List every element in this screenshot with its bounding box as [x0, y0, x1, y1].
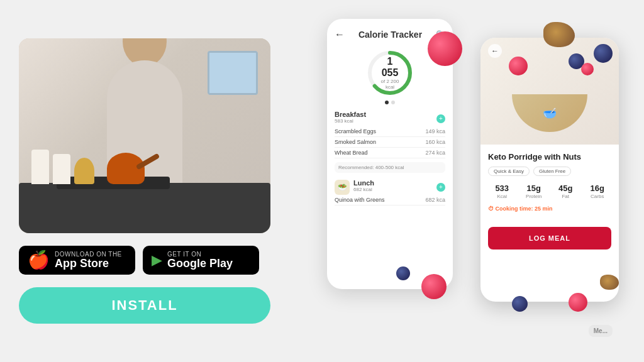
fat-unit: Fat	[552, 194, 580, 199]
app-store-main-label: App Store	[55, 258, 122, 270]
google-play-icon: ▶	[152, 253, 162, 267]
berry-decoration-3	[581, 63, 594, 75]
cooking-time-label: Cooking time:	[496, 206, 533, 212]
item-name: Wheat Bread	[335, 150, 368, 156]
recommend-text: Recommended: 400-500 kcal	[338, 165, 404, 170]
item-name: Quinoa with Greens	[335, 197, 385, 203]
dot-inactive	[391, 101, 395, 104]
nutrition-kcal: 533 Kcal	[488, 182, 516, 199]
nutrition-row: 533 Kcal 15g Protein 45g Fat 16g Carbs	[488, 182, 611, 199]
hero-image	[19, 38, 270, 233]
timer-icon: ⏱	[488, 206, 494, 212]
calorie-tracker-title: Calorie Tracker	[358, 30, 422, 40]
calorie-circle-chart: 1 055 of 2 200 kcal	[335, 48, 445, 104]
install-button[interactable]: INSTALL	[19, 287, 270, 324]
meal-item-scrambled-eggs: Scrambled Eggs 149 kca	[335, 126, 445, 137]
bowl-shape: 🥣	[512, 94, 587, 132]
install-label: INSTALL	[111, 297, 177, 314]
floating-raspberry-3	[569, 293, 587, 312]
breakfast-section: Breakfast 583 kcal + Scrambled Eggs 149 …	[335, 111, 445, 158]
lunch-header: 🥗 Lunch 682 kcal +	[335, 179, 445, 195]
canister-2	[53, 154, 70, 184]
item-calories: 149 kca	[425, 128, 445, 134]
nutrition-fat: 45g Fat	[552, 182, 580, 199]
recipe-back-arrow-icon[interactable]: ←	[488, 44, 502, 58]
watermark: Me...	[589, 325, 613, 337]
item-name: Smoked Salmon	[335, 139, 376, 145]
carbs-value: 16g	[591, 184, 604, 193]
google-play-sub-label: GET IT ON	[167, 251, 233, 258]
log-meal-button[interactable]: LOG MEAL	[488, 227, 611, 250]
meal-item-wheat-bread: Wheat Bread 274 kca	[335, 148, 445, 158]
add-breakfast-button[interactable]: +	[436, 114, 445, 123]
item-calories: 274 kca	[425, 150, 445, 156]
main-container: 🍎 Download on the App Store ▶ GET IT ON …	[0, 0, 644, 362]
phone-recipe-detail: ← ♡ 🥣 Keto Porridge with Nuts	[480, 38, 619, 302]
log-meal-label: LOG MEAL	[529, 234, 570, 242]
add-lunch-button[interactable]: +	[436, 183, 445, 192]
lunch-icon: 🥗	[335, 180, 350, 195]
right-section: ← Calorie Tracker 🔍 1 055 of 2 200	[321, 13, 625, 349]
floating-walnut-2	[600, 275, 619, 290]
fat-value: 45g	[558, 184, 572, 193]
recommend-bar: Recommended: 400-500 kcal	[335, 162, 445, 173]
calorie-tracker-header: ← Calorie Tracker 🔍	[335, 29, 445, 40]
store-buttons: 🍎 Download on the App Store ▶ GET IT ON …	[19, 246, 259, 275]
item-name: Scrambled Eggs	[335, 128, 376, 134]
nutrition-protein: 15g Protein	[520, 182, 548, 199]
app-store-sub-label: Download on the	[55, 251, 122, 258]
app-store-text: Download on the App Store	[55, 251, 122, 270]
back-arrow-icon[interactable]: ←	[335, 29, 345, 40]
tag-gluten-free: Gluten Free	[533, 167, 571, 176]
lunch-section: 🥗 Lunch 682 kcal + Quinoa with Greens 68…	[335, 179, 445, 206]
breakfast-calories: 583 kcal	[335, 118, 366, 124]
floating-blueberry-1	[594, 44, 613, 63]
nutrition-carbs: 16g Carbs	[584, 182, 612, 199]
recipe-tags: Quick & Easy Gluten Free	[488, 167, 611, 176]
floating-blueberry-3	[512, 296, 528, 312]
google-play-button[interactable]: ▶ GET IT ON Google Play	[143, 246, 259, 275]
dot-active	[385, 101, 389, 104]
app-store-button[interactable]: 🍎 Download on the App Store	[19, 246, 135, 275]
breakfast-title: Breakfast	[335, 111, 366, 118]
calorie-ring: 1 055 of 2 200 kcal	[365, 48, 415, 98]
canister-group	[31, 150, 94, 184]
floating-blueberry-2	[396, 266, 410, 280]
meal-item-smoked-salmon: Smoked Salmon 160 kca	[335, 137, 445, 148]
recipe-title: Keto Porridge with Nuts	[488, 152, 611, 162]
cooking-time-value: 25 min	[535, 206, 553, 212]
food-bowl: 🥣	[502, 50, 597, 132]
bowl-contents: 🥣	[512, 94, 587, 132]
google-play-main-label: Google Play	[167, 258, 233, 270]
apple-icon: 🍎	[28, 251, 50, 269]
carbs-unit: Carbs	[584, 194, 612, 199]
protein-unit: Protein	[520, 194, 548, 199]
left-section: 🍎 Download on the App Store ▶ GET IT ON …	[19, 38, 308, 324]
protein-value: 15g	[527, 184, 541, 193]
cooking-time: ⏱ Cooking time: 25 min	[488, 206, 611, 212]
lunch-calories: 682 kcal	[353, 187, 374, 192]
item-calories: 682 kca	[425, 197, 445, 203]
kcal-unit: Kcal	[488, 194, 516, 199]
kitchen-window	[208, 51, 258, 95]
canister-1	[31, 150, 49, 184]
lunch-title: Lunch	[353, 179, 374, 187]
google-play-text: GET IT ON Google Play	[167, 251, 233, 270]
watermark-text: Me...	[594, 327, 608, 334]
recipe-info: Keto Porridge with Nuts Quick & Easy Glu…	[480, 145, 619, 227]
item-calories: 160 kca	[425, 139, 445, 145]
tag-quick-easy: Quick & Easy	[488, 167, 530, 176]
calories-consumed: 1 055	[377, 56, 402, 79]
meal-item-quinoa: Quinoa with Greens 682 kca	[335, 195, 445, 206]
kitchen-counter	[19, 183, 270, 233]
floating-walnut-1	[543, 22, 575, 47]
floating-raspberry-2	[421, 274, 447, 299]
canister-3	[74, 158, 94, 184]
floating-raspberry-1	[428, 31, 462, 66]
calories-total: of 2 200 kcal	[377, 79, 402, 90]
berry-decoration-1	[509, 57, 528, 75]
kcal-value: 533	[495, 184, 509, 193]
